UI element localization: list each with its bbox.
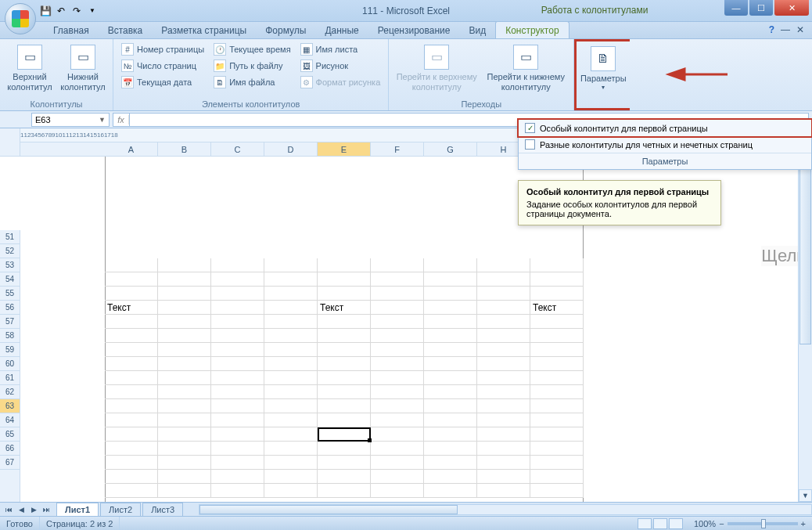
- cell[interactable]: [105, 343, 158, 356]
- tab-data[interactable]: Данные: [315, 22, 368, 38]
- zoom-in-button[interactable]: +: [801, 519, 806, 528]
- cell[interactable]: [371, 357, 424, 370]
- cell[interactable]: [211, 287, 264, 300]
- cell[interactable]: [318, 343, 371, 356]
- cell[interactable]: [371, 329, 424, 342]
- grid-row[interactable]: [105, 371, 584, 385]
- cell[interactable]: [530, 315, 584, 328]
- col-header-A[interactable]: A: [105, 142, 158, 156]
- select-all-corner[interactable]: [0, 128, 20, 157]
- row-header-67[interactable]: 67: [0, 456, 20, 470]
- grid-row[interactable]: ТекстТекстТекст: [105, 301, 584, 315]
- row-header-64[interactable]: 64: [0, 413, 20, 427]
- cell[interactable]: [105, 484, 158, 497]
- cell[interactable]: [477, 456, 530, 469]
- cell[interactable]: [318, 329, 371, 342]
- cell[interactable]: [477, 357, 530, 370]
- sheet-tab-2[interactable]: Лист2: [100, 503, 141, 516]
- cell[interactable]: [264, 272, 318, 286]
- grid-row[interactable]: [105, 413, 584, 427]
- cell[interactable]: Текст: [105, 301, 158, 314]
- horizontal-scrollbar[interactable]: [199, 504, 812, 515]
- cell[interactable]: [477, 427, 530, 441]
- cell[interactable]: [318, 484, 371, 497]
- col-header-C[interactable]: C: [211, 142, 264, 156]
- cell[interactable]: [530, 371, 584, 384]
- help-icon[interactable]: ?: [769, 24, 774, 35]
- cell[interactable]: [264, 343, 318, 356]
- cell[interactable]: [158, 442, 211, 455]
- cell[interactable]: [105, 385, 158, 398]
- checkbox-icon[interactable]: [525, 139, 535, 150]
- options-button[interactable]: 🗎 Параметры ▾: [578, 43, 628, 94]
- picture-button[interactable]: 🖼Рисунок: [297, 58, 384, 74]
- cell[interactable]: [424, 315, 477, 328]
- office-button[interactable]: [5, 3, 36, 34]
- cell[interactable]: [530, 442, 584, 455]
- cell[interactable]: [530, 399, 584, 413]
- cell[interactable]: [318, 385, 371, 398]
- cell[interactable]: [264, 427, 318, 441]
- cell[interactable]: [530, 427, 584, 441]
- cell[interactable]: [211, 427, 264, 441]
- row-header-53[interactable]: 53: [0, 258, 20, 272]
- cell[interactable]: [424, 287, 477, 300]
- cell[interactable]: [211, 258, 264, 272]
- cell[interactable]: [424, 427, 477, 441]
- ribbon-minimize-icon[interactable]: —: [781, 24, 790, 35]
- cell[interactable]: [211, 357, 264, 370]
- cell[interactable]: [158, 427, 211, 441]
- cell[interactable]: [530, 357, 584, 370]
- cell[interactable]: [477, 272, 530, 286]
- row-header-61[interactable]: 61: [0, 371, 20, 385]
- sheet-tab-3[interactable]: Лист3: [142, 503, 183, 516]
- cell[interactable]: [264, 484, 318, 497]
- row-header-66[interactable]: 66: [0, 442, 20, 456]
- row-header-52[interactable]: 52: [0, 244, 20, 258]
- row-header-54[interactable]: 54: [0, 272, 20, 287]
- col-header-B[interactable]: B: [158, 142, 211, 156]
- vertical-scrollbar[interactable]: ▲ ▼: [798, 128, 812, 502]
- sheet-name-button[interactable]: ▦Имя листа: [297, 41, 384, 57]
- cell[interactable]: [211, 329, 264, 342]
- row-header-56[interactable]: 56: [0, 301, 20, 315]
- cell[interactable]: [424, 301, 477, 314]
- cell[interactable]: [264, 315, 318, 328]
- cell[interactable]: [477, 399, 530, 413]
- cell[interactable]: [424, 343, 477, 356]
- cell[interactable]: [105, 287, 158, 300]
- grid-row[interactable]: [105, 315, 584, 329]
- cell[interactable]: [264, 470, 318, 483]
- cell[interactable]: [371, 371, 424, 384]
- cell[interactable]: [158, 343, 211, 356]
- cell[interactable]: [371, 315, 424, 328]
- cell[interactable]: [211, 399, 264, 413]
- maximize-button[interactable]: ☐: [749, 0, 773, 16]
- cell[interactable]: [264, 413, 318, 427]
- option-first-page[interactable]: ✓ Особый колонтитул для первой страницы: [519, 120, 811, 136]
- cell[interactable]: [424, 329, 477, 342]
- scroll-down-icon[interactable]: ▼: [799, 489, 812, 502]
- cell[interactable]: [477, 301, 530, 314]
- cell[interactable]: [424, 371, 477, 384]
- grid-row[interactable]: [105, 456, 584, 470]
- cell[interactable]: [105, 399, 158, 413]
- col-header-G[interactable]: G: [424, 142, 477, 156]
- header-button[interactable]: ▭ Верхний колонтитул: [5, 41, 55, 98]
- cell[interactable]: [158, 258, 211, 272]
- row-header-55[interactable]: 55: [0, 287, 20, 301]
- cell[interactable]: [477, 470, 530, 483]
- cell[interactable]: [264, 399, 318, 413]
- scrollbar-thumb[interactable]: [199, 505, 458, 514]
- close-button[interactable]: ✕: [774, 0, 809, 16]
- row-header-59[interactable]: 59: [0, 343, 20, 357]
- grid-row[interactable]: [105, 258, 584, 272]
- grid-row[interactable]: [105, 484, 584, 498]
- page-number-button[interactable]: #Номер страницы: [118, 41, 207, 57]
- cell[interactable]: [424, 456, 477, 469]
- redo-icon[interactable]: ↷: [70, 5, 83, 17]
- cell[interactable]: [105, 413, 158, 427]
- file-name-button[interactable]: 🗎Имя файла: [210, 74, 293, 90]
- cell[interactable]: [264, 329, 318, 342]
- cell[interactable]: [318, 442, 371, 455]
